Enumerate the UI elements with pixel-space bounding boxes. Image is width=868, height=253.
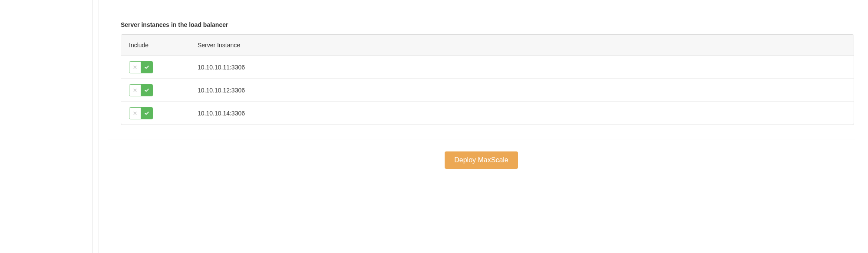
table-header-include: Include xyxy=(121,35,190,56)
check-icon xyxy=(144,65,149,70)
check-icon xyxy=(144,111,149,116)
button-row: Deploy MaxScale xyxy=(108,151,855,169)
toggle-on[interactable] xyxy=(141,108,153,119)
instance-cell: 10.10.10.12:3306 xyxy=(190,80,854,101)
x-icon xyxy=(132,88,138,93)
toggle-off[interactable] xyxy=(129,108,141,119)
main-panel: Server instances in the load balancer In… xyxy=(99,0,868,253)
left-sidebar-spacer xyxy=(0,0,93,253)
bottom-divider xyxy=(108,139,855,139)
toggle-on[interactable] xyxy=(141,85,153,96)
top-divider xyxy=(108,8,855,8)
section-title: Server instances in the load balancer xyxy=(121,21,854,28)
toggle-off[interactable] xyxy=(129,62,141,73)
table-row: 10.10.10.12:3306 xyxy=(121,79,854,102)
include-cell xyxy=(121,102,190,125)
include-toggle[interactable] xyxy=(129,107,153,119)
include-cell xyxy=(121,79,190,102)
deploy-maxscale-button[interactable]: Deploy MaxScale xyxy=(445,151,518,169)
include-cell xyxy=(121,56,190,79)
include-toggle[interactable] xyxy=(129,84,153,96)
x-icon xyxy=(132,65,138,70)
include-toggle[interactable] xyxy=(129,61,153,73)
instance-cell: 10.10.10.11:3306 xyxy=(190,57,854,78)
toggle-off[interactable] xyxy=(129,85,141,96)
table-header: Include Server Instance xyxy=(121,35,854,56)
x-icon xyxy=(132,111,138,116)
table-row: 10.10.10.11:3306 xyxy=(121,56,854,79)
table-row: 10.10.10.14:3306 xyxy=(121,102,854,125)
check-icon xyxy=(144,88,149,93)
toggle-on[interactable] xyxy=(141,62,153,73)
table-header-instance: Server Instance xyxy=(190,35,854,56)
server-instances-table: Include Server Instance xyxy=(121,34,854,125)
divider-column xyxy=(93,0,99,253)
instance-cell: 10.10.10.14:3306 xyxy=(190,103,854,124)
server-instances-section: Server instances in the load balancer In… xyxy=(108,21,855,125)
